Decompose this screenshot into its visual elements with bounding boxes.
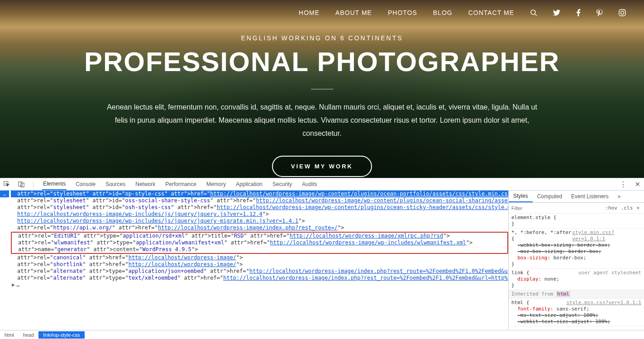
style-rules[interactable]: element.style {} *, *:before, *:after {s… bbox=[509, 214, 644, 330]
elements-panel[interactable]: … attr">rel="stylesheet" attr">id="op-st… bbox=[0, 191, 508, 330]
nav-blog[interactable]: BLOG bbox=[433, 9, 453, 16]
more-styles-icon[interactable]: » bbox=[613, 191, 625, 202]
dom-node[interactable]: attr">rel="stylesheet" attr">id="oss-soc… bbox=[11, 197, 508, 204]
svg-rect-2 bbox=[619, 10, 625, 16]
svg-point-4 bbox=[624, 10, 625, 11]
device-toggle-icon[interactable] bbox=[18, 181, 24, 187]
tab-sources[interactable]: Sources bbox=[105, 179, 126, 190]
gutter-badge: … bbox=[0, 191, 9, 197]
nav-contact[interactable]: CONTACT ME bbox=[468, 9, 514, 16]
dom-node-selected[interactable]: attr">rel="stylesheet" attr">id="op-styl… bbox=[11, 191, 508, 197]
main-nav: HOME ABOUT ME PHOTOS BLOG CONTACT ME bbox=[0, 0, 644, 25]
dom-node[interactable]: attr">rel="EditURI" attr">type="applicat… bbox=[12, 233, 507, 239]
dom-node[interactable]: attr">rel="canonical" attr">href="http:/… bbox=[11, 254, 508, 261]
inherited-label: Inherited from html bbox=[509, 290, 644, 299]
dom-node[interactable]: attr</span>">type</span>="<span class="a… bbox=[11, 218, 508, 224]
devtools-tabs: | Elements Console Sources Network Perfo… bbox=[0, 178, 644, 191]
filter-input[interactable] bbox=[511, 205, 603, 211]
divider bbox=[311, 89, 334, 90]
highlighted-region: attr">rel="EditURI" attr">type="applicat… bbox=[11, 232, 508, 254]
dom-node[interactable]: attr">rel="wlwmanifest" attr">type="appl… bbox=[12, 239, 507, 246]
styles-tabs: Styles Computed Event Listeners » bbox=[509, 191, 644, 203]
tab-network[interactable]: Network bbox=[134, 179, 156, 190]
styles-panel: Styles Computed Event Listeners » :hov .… bbox=[508, 191, 644, 330]
tab-computed[interactable]: Computed bbox=[533, 191, 567, 202]
add-rule-button[interactable]: + bbox=[634, 204, 641, 212]
tab-styles[interactable]: Styles bbox=[509, 191, 533, 202]
dom-node[interactable]: attr">rel="stylesheet" attr">id="osh-sty… bbox=[11, 204, 508, 211]
search-icon[interactable] bbox=[530, 9, 537, 16]
dom-node[interactable]: ▶attr</span>">type</span>="<span class="… bbox=[11, 282, 508, 288]
hero-tagline: ENGLISH WORKING ON 6 CONTINENTS bbox=[0, 34, 644, 42]
filter-row: :hov .cls + bbox=[509, 203, 644, 214]
hero-content: ENGLISH WORKING ON 6 CONTINENTS PROFESSI… bbox=[0, 25, 644, 177]
svg-point-3 bbox=[621, 11, 624, 14]
svg-rect-6 bbox=[19, 182, 22, 186]
dom-node[interactable]: attr">rel="shortlink" attr">href="http:/… bbox=[11, 261, 508, 268]
pinterest-icon[interactable] bbox=[596, 9, 603, 16]
dom-node[interactable]: attr">name="generator" attr">content="Wo… bbox=[12, 246, 507, 253]
dom-node[interactable]: attr">rel="alternate" attr">type="text/x… bbox=[11, 275, 508, 282]
facebook-icon[interactable] bbox=[576, 9, 581, 16]
breadcrumb: html head link#op-style-css bbox=[0, 330, 644, 339]
inspect-icon[interactable] bbox=[4, 181, 10, 187]
hero-lead: Aenean lectus elit, fermentum non, conva… bbox=[105, 101, 539, 140]
dom-node[interactable]: attr</span>">type</span>="<span class="a… bbox=[11, 211, 508, 218]
close-devtools-icon[interactable]: ✕ bbox=[635, 181, 640, 188]
bc-head[interactable]: head bbox=[19, 331, 38, 339]
bc-link[interactable]: link#op-style-css bbox=[38, 331, 84, 339]
tab-application[interactable]: Application bbox=[235, 179, 263, 190]
tab-audits[interactable]: Audits bbox=[301, 179, 318, 190]
nav-home[interactable]: HOME bbox=[299, 9, 320, 16]
hov-toggle[interactable]: :hov bbox=[603, 204, 619, 212]
nav-about[interactable]: ABOUT ME bbox=[335, 9, 372, 16]
dom-node[interactable]: attr">rel="alternate" attr">type="applic… bbox=[11, 268, 508, 275]
tab-elements[interactable]: Elements bbox=[42, 178, 67, 190]
tab-performance[interactable]: Performance bbox=[164, 179, 197, 190]
tab-console[interactable]: Console bbox=[75, 179, 96, 190]
svg-line-1 bbox=[535, 14, 537, 16]
more-icon[interactable]: ⋮ bbox=[620, 180, 627, 189]
svg-point-0 bbox=[531, 10, 535, 14]
tab-event-listeners[interactable]: Event Listeners bbox=[567, 191, 613, 202]
tab-security[interactable]: Security bbox=[272, 179, 293, 190]
devtools: | Elements Console Sources Network Perfo… bbox=[0, 178, 644, 339]
hero-title: PROFESSIONAL PHOTOGRAPHER bbox=[0, 46, 644, 77]
view-work-button[interactable]: VIEW MY WORK bbox=[272, 156, 372, 177]
twitter-icon[interactable] bbox=[553, 9, 560, 16]
tab-memory[interactable]: Memory bbox=[205, 179, 227, 190]
instagram-icon[interactable] bbox=[619, 9, 626, 16]
hero: HOME ABOUT ME PHOTOS BLOG CONTACT ME ENG… bbox=[0, 0, 644, 178]
nav-photos[interactable]: PHOTOS bbox=[388, 9, 417, 16]
dom-node[interactable]: attr">rel="https://api.w.org/" attr">hre… bbox=[11, 224, 508, 231]
cls-toggle[interactable]: .cls bbox=[619, 204, 635, 212]
bc-html[interactable]: html bbox=[0, 331, 19, 339]
